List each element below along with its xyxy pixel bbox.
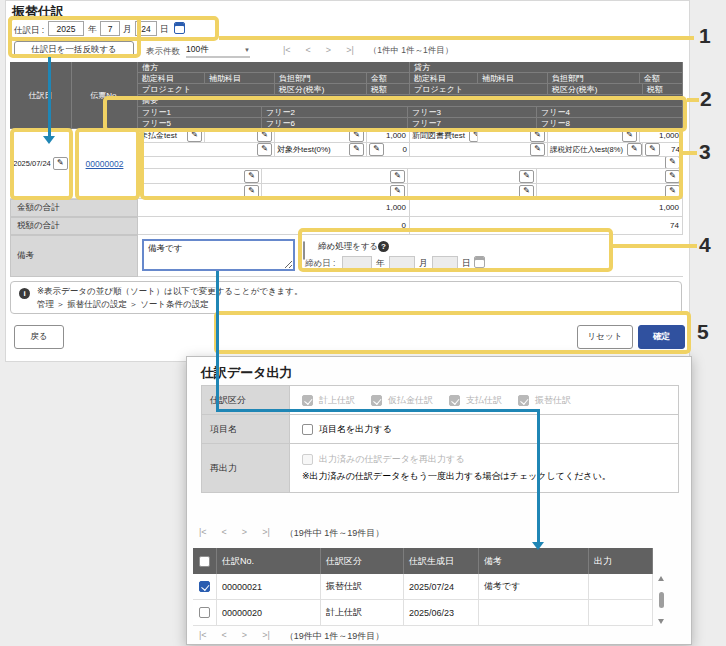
prev-page-icon[interactable]: < — [306, 45, 311, 57]
row-checkbox[interactable] — [199, 581, 210, 592]
callout-line-2 — [687, 98, 699, 102]
export-options-table: 仕訳区分 計上仕訳 仮払金仕訳 支払仕訳 振替仕訳 項目名 項目名を出力する — [201, 385, 679, 493]
item-name-checkbox-label: 項目名を出力する — [319, 423, 392, 436]
scroll-thumb[interactable] — [659, 592, 664, 608]
highlight-box-free-headers — [103, 96, 687, 132]
created-cell: 2025/06/23 — [404, 600, 479, 626]
col-header-output: 出力 — [589, 548, 653, 574]
info-icon — [19, 288, 30, 299]
journal-export-dialog: 仕訳データ出力 仕訳区分 計上仕訳 仮払金仕訳 支払仕訳 振替仕訳 項目名 — [186, 356, 692, 645]
callout-number-3: 3 — [699, 140, 711, 164]
callout-line-4 — [613, 244, 697, 248]
col-header-date: 仕訳日 — [10, 62, 72, 129]
credit-sub-account-header: 補助科目 — [478, 73, 548, 84]
output-cell — [589, 574, 653, 600]
last-page-icon[interactable]: >| — [346, 45, 354, 57]
re-export-label: 再出力 — [202, 444, 290, 492]
re-export-checkbox-label: 出力済みの仕訳データを再出力する — [319, 453, 464, 466]
classification-checkbox-1 — [302, 395, 313, 406]
classification-option-4: 振替仕訳 — [535, 394, 571, 407]
row-checkbox[interactable] — [199, 607, 210, 618]
credit-tax-class-header: 税区分(税率) — [548, 84, 643, 95]
callout-line-3 — [683, 151, 697, 155]
classification-checkbox-2 — [371, 395, 382, 406]
next-page-icon[interactable]: > — [242, 630, 247, 643]
credit-amount-header: 金額 — [640, 73, 683, 84]
col-header-created: 仕訳生成日 — [404, 548, 479, 574]
table-row[interactable]: 00000021 振替仕訳 2025/07/24 備考です — [193, 574, 653, 600]
credit-department-header: 負担部門 — [548, 73, 640, 84]
item-name-row: 項目名 項目名を出力する — [202, 415, 678, 444]
sort-note-line2: 管理 ＞ 振替仕訳の設定 ＞ ソート条件の設定 — [37, 299, 209, 311]
credit-account-header: 勘定科目 — [410, 73, 478, 84]
re-export-row: 再出力 出力済みの仕訳データを再出力する ※出力済みの仕訳データをもう一度出力す… — [202, 444, 678, 492]
amount-total-label: 金額の合計 — [10, 199, 138, 217]
chevron-down-icon: ▼ — [244, 47, 250, 53]
output-cell — [589, 600, 653, 626]
item-name-label: 項目名 — [202, 415, 290, 443]
highlight-box-closing — [298, 228, 613, 272]
dialog-pagination-bottom: |< < > >| （19件中 1件～19件目） — [199, 630, 384, 643]
display-count-value: 100件 — [186, 44, 209, 56]
classification-cell: 計上仕訳 — [321, 600, 404, 626]
first-page-icon[interactable]: |< — [199, 527, 207, 540]
col-header-classification: 仕訳区分 — [321, 548, 404, 574]
debit-tax-header: 税額 — [367, 84, 410, 95]
scroll-up-icon[interactable] — [658, 576, 664, 581]
sort-note-line1: ※表示データの並び順（ソート）は以下で変更することができます。 — [37, 286, 303, 298]
highlight-box-footer — [214, 311, 691, 354]
debit-credit-header-row: 借方 貸方 — [138, 62, 683, 73]
credit-tax-total: 74 — [670, 221, 679, 230]
scroll-down-icon[interactable] — [658, 619, 664, 624]
arrow-head-date-cell — [43, 136, 55, 144]
debit-tax-class-header: 税区分(税率) — [275, 84, 367, 95]
callout-line-1 — [219, 36, 694, 40]
dialog-page-info-top: （19件中 1件～19件目） — [285, 527, 385, 540]
select-all-checkbox[interactable] — [199, 556, 210, 567]
tax-total-label: 税額の合計 — [10, 217, 138, 235]
display-count-select[interactable]: 100件 ▼ — [186, 43, 250, 58]
journal-no-cell: 00000020 — [217, 600, 321, 626]
prev-page-icon[interactable]: < — [222, 630, 227, 643]
arrow-line-to-date-cell — [48, 57, 51, 136]
display-count-label: 表示件数 — [146, 46, 180, 58]
amount-total-row: 1,000 1,000 — [138, 199, 683, 217]
debit-department-header: 負担部門 — [275, 73, 367, 84]
callout-number-1: 1 — [699, 24, 711, 48]
classification-checkbox-3 — [449, 395, 460, 406]
classification-cell: 振替仕訳 — [321, 574, 404, 600]
credit-tax-header: 税額 — [643, 84, 683, 95]
first-page-icon[interactable]: |< — [283, 45, 291, 57]
debit-amount-total: 1,000 — [386, 203, 406, 212]
debit-header: 借方 — [138, 62, 410, 73]
first-page-icon[interactable]: |< — [199, 630, 207, 643]
arrow-line-memo-v1 — [216, 271, 219, 412]
memo-cell — [479, 600, 589, 626]
screen: 振替仕訳 仕訳日 : 2025 年 7 月 24 日 仕訳日を一括反映する 表示… — [0, 0, 726, 646]
memo-label: 備考 — [10, 235, 138, 277]
memo-textarea[interactable]: 備考です — [142, 239, 295, 271]
classification-option-2: 仮払金仕訳 — [388, 394, 433, 407]
table-row[interactable]: 00000020 計上仕訳 2025/06/23 — [193, 600, 653, 626]
highlight-box-slip-cell — [75, 128, 140, 200]
table-scrollbar[interactable] — [655, 574, 667, 626]
journal-no-cell: 00000021 — [217, 574, 321, 600]
back-button[interactable]: 戻る — [14, 325, 64, 349]
next-page-icon[interactable]: > — [242, 527, 247, 540]
re-export-note: ※出力済みの仕訳データをもう一度出力する場合はチェックしてください。 — [302, 470, 611, 483]
next-page-icon[interactable]: > — [326, 45, 331, 57]
last-page-icon[interactable]: >| — [262, 527, 270, 540]
prev-page-icon[interactable]: < — [222, 527, 227, 540]
classification-option-1: 計上仕訳 — [319, 394, 355, 407]
journal-pagination: |< < > >| （1件中 1件～1件目） — [283, 45, 453, 57]
memo-cell: 備考です — [479, 574, 589, 600]
dialog-page-info-bottom: （19件中 1件～19件目） — [285, 630, 385, 643]
last-page-icon[interactable]: >| — [262, 630, 270, 643]
highlight-box-journal-row — [140, 128, 683, 200]
debit-account-header: 勘定科目 — [138, 73, 205, 84]
highlight-box-date-cell — [10, 128, 73, 200]
re-export-checkbox — [302, 454, 313, 465]
account-header-row: 勘定科目 補助科目 負担部門 金額 勘定科目 補助科目 負担部門 金額 — [138, 73, 683, 84]
item-name-checkbox[interactable] — [302, 424, 313, 435]
callout-number-4: 4 — [699, 233, 711, 257]
